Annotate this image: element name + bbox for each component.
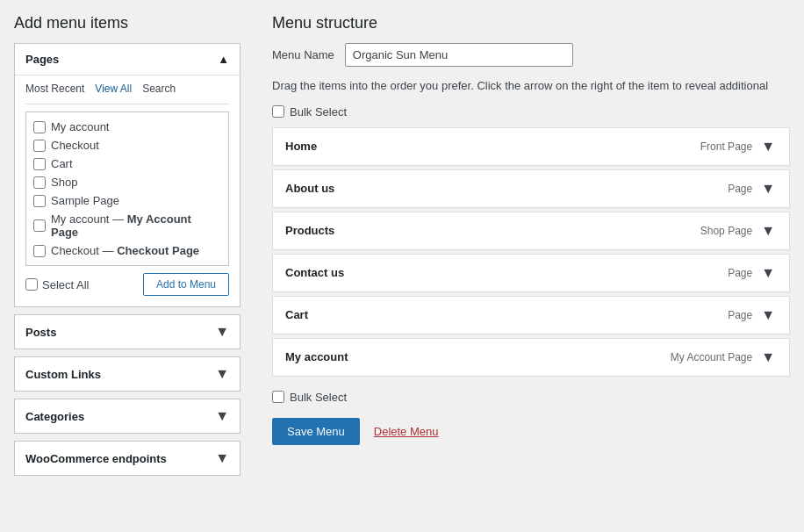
page-label-cart[interactable]: Cart bbox=[51, 157, 73, 170]
select-all-label[interactable]: Select All bbox=[42, 278, 89, 291]
menu-item-products: Products Shop Page ▼ bbox=[272, 212, 790, 250]
menu-item-home: Home Front Page ▼ bbox=[272, 127, 790, 166]
right-panel-title: Menu structure bbox=[272, 14, 790, 32]
page-checkbox-myaccount-page[interactable] bbox=[33, 219, 46, 232]
top-bulk-select-row: Bulk Select bbox=[272, 105, 790, 119]
menu-item-name-cart: Cart bbox=[285, 308, 308, 321]
list-item: My account — My Account Page bbox=[32, 210, 223, 241]
save-menu-button[interactable]: Save Menu bbox=[272, 418, 360, 445]
menu-item-expand-about-us[interactable]: ▼ bbox=[759, 181, 777, 197]
menu-name-input[interactable] bbox=[345, 43, 573, 67]
list-item: Checkout — Checkout Page bbox=[32, 241, 223, 260]
menu-item-about-us: About us Page ▼ bbox=[272, 169, 790, 208]
custom-links-header-label: Custom Links bbox=[25, 368, 101, 381]
page-checkbox-sample[interactable] bbox=[33, 195, 46, 207]
bottom-bulk-select-label[interactable]: Bulk Select bbox=[290, 391, 347, 404]
page-checkbox-shop[interactable] bbox=[33, 176, 46, 189]
menu-item-type-my-account: My Account Page bbox=[671, 351, 752, 363]
woocommerce-chevron-icon: ▼ bbox=[215, 450, 229, 466]
menu-item-left-about-us: About us bbox=[285, 182, 334, 195]
menu-item-right-my-account: My Account Page ▼ bbox=[671, 349, 777, 365]
menu-item-expand-cart[interactable]: ▼ bbox=[759, 307, 777, 323]
woocommerce-section: WooCommerce endpoints ▼ bbox=[14, 441, 240, 476]
tab-most-recent[interactable]: Most Recent bbox=[25, 83, 84, 97]
select-all-checkbox[interactable] bbox=[25, 278, 38, 291]
right-panel: Menu structure Menu Name Drag the items … bbox=[255, 0, 804, 532]
menu-item-left-home: Home bbox=[285, 140, 317, 153]
menu-item-contact-us: Contact us Page ▼ bbox=[272, 254, 790, 292]
pages-list: My account Checkout Cart Shop bbox=[25, 111, 229, 266]
select-all-wrap: Select All bbox=[25, 278, 89, 291]
left-panel: Add menu items Pages ▲ Most Recent View … bbox=[0, 0, 255, 532]
pages-accordion-header[interactable]: Pages ▲ bbox=[15, 44, 240, 75]
menu-item-name-products: Products bbox=[285, 224, 334, 237]
page-checkbox-cart[interactable] bbox=[33, 158, 46, 170]
menu-item-name-my-account: My account bbox=[285, 350, 348, 363]
menu-item-cart: Cart Page ▼ bbox=[272, 296, 790, 334]
menu-items-list: Home Front Page ▼ About us Page ▼ bbox=[272, 127, 790, 380]
categories-chevron-icon: ▼ bbox=[215, 408, 229, 424]
pages-chevron-icon: ▲ bbox=[218, 53, 229, 66]
drag-hint: Drag the items into the order you prefer… bbox=[272, 77, 790, 95]
menu-item-left-contact-us: Contact us bbox=[285, 266, 344, 279]
tab-search[interactable]: Search bbox=[142, 83, 176, 97]
posts-section: Posts ▼ bbox=[14, 314, 240, 349]
menu-item-right-contact-us: Page ▼ bbox=[728, 265, 777, 281]
posts-chevron-icon: ▼ bbox=[215, 324, 229, 340]
pages-header-label: Pages bbox=[25, 53, 59, 66]
list-item: Sample Page bbox=[32, 191, 223, 210]
menu-item-right-products: Shop Page ▼ bbox=[700, 223, 777, 239]
bottom-bulk-select-checkbox[interactable] bbox=[272, 391, 284, 403]
top-bulk-select-checkbox[interactable] bbox=[272, 105, 284, 118]
menu-item-name-contact-us: Contact us bbox=[285, 266, 344, 279]
page-label-shop[interactable]: Shop bbox=[51, 176, 77, 189]
page-label-checkout[interactable]: Checkout bbox=[51, 139, 99, 152]
menu-item-expand-contact-us[interactable]: ▼ bbox=[759, 265, 777, 281]
menu-item-right-home: Front Page ▼ bbox=[700, 139, 777, 155]
menu-item-right-about-us: Page ▼ bbox=[728, 181, 777, 197]
page-label-my-account[interactable]: My account bbox=[51, 120, 109, 133]
bottom-bulk-select-row: Bulk Select bbox=[272, 391, 790, 404]
menu-item-name-about-us: About us bbox=[285, 182, 334, 195]
posts-accordion-header[interactable]: Posts ▼ bbox=[15, 315, 240, 349]
list-item: Cart bbox=[32, 155, 223, 173]
tab-view-all[interactable]: View All bbox=[95, 83, 132, 97]
menu-item-left-cart: Cart bbox=[285, 308, 308, 321]
menu-item-type-about-us: Page bbox=[728, 183, 752, 195]
delete-menu-button[interactable]: Delete Menu bbox=[374, 425, 439, 438]
left-panel-title: Add menu items bbox=[14, 14, 240, 32]
menu-item-my-account: My account My Account Page ▼ bbox=[272, 338, 790, 377]
pages-content: Most Recent View All Search My account C… bbox=[15, 75, 240, 306]
woocommerce-header-label: WooCommerce endpoints bbox=[25, 452, 167, 465]
custom-links-chevron-icon: ▼ bbox=[215, 366, 229, 382]
menu-item-right-cart: Page ▼ bbox=[728, 307, 777, 323]
menu-item-type-products: Shop Page bbox=[700, 225, 752, 237]
list-item: My account bbox=[32, 118, 223, 136]
menu-name-row: Menu Name bbox=[272, 43, 790, 67]
page-checkbox-my-account[interactable] bbox=[33, 121, 46, 133]
menu-item-name-home: Home bbox=[285, 140, 317, 153]
page-checkbox-checkout-page[interactable] bbox=[33, 245, 46, 257]
menu-item-expand-home[interactable]: ▼ bbox=[759, 139, 777, 155]
page-checkbox-checkout[interactable] bbox=[33, 140, 46, 152]
woocommerce-accordion-header[interactable]: WooCommerce endpoints ▼ bbox=[15, 442, 240, 475]
add-to-menu-button[interactable]: Add to Menu bbox=[143, 273, 229, 296]
menu-item-type-cart: Page bbox=[728, 309, 752, 321]
menu-item-left-my-account: My account bbox=[285, 350, 348, 363]
custom-links-accordion-header[interactable]: Custom Links ▼ bbox=[15, 357, 240, 391]
pages-footer: Select All Add to Menu bbox=[25, 273, 229, 296]
page-label-sample[interactable]: Sample Page bbox=[51, 194, 119, 207]
menu-item-expand-my-account[interactable]: ▼ bbox=[759, 349, 777, 365]
menu-name-label: Menu Name bbox=[272, 48, 334, 61]
top-bulk-select-label[interactable]: Bulk Select bbox=[290, 105, 347, 119]
list-item: Shop bbox=[32, 173, 223, 191]
menu-item-expand-products[interactable]: ▼ bbox=[759, 223, 777, 239]
categories-accordion-header[interactable]: Categories ▼ bbox=[15, 399, 240, 433]
categories-header-label: Categories bbox=[25, 410, 84, 423]
posts-header-label: Posts bbox=[25, 326, 56, 339]
page-label-myaccount-page[interactable]: My account — My Account Page bbox=[51, 212, 221, 239]
page-label-checkout-page[interactable]: Checkout — Checkout Page bbox=[51, 244, 199, 257]
menu-item-type-contact-us: Page bbox=[728, 267, 752, 279]
custom-links-section: Custom Links ▼ bbox=[14, 356, 240, 392]
list-item: Checkout bbox=[32, 136, 223, 155]
